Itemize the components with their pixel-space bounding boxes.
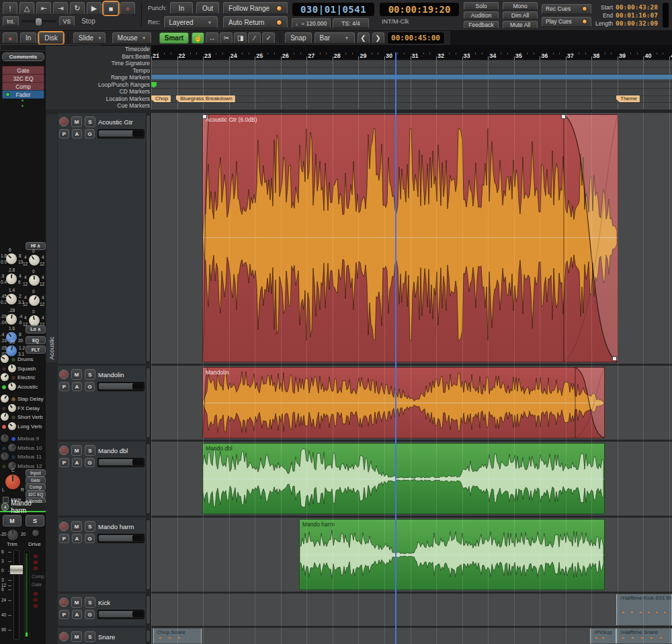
track-playlist-button[interactable]: P xyxy=(59,534,69,543)
strip-solo-button[interactable]: S xyxy=(26,515,44,526)
track-name[interactable]: Snare xyxy=(98,633,115,641)
comments-button[interactable]: Comments xyxy=(2,52,44,61)
track-vzoom-bar[interactable] xyxy=(146,443,151,514)
track-record-enable-button[interactable]: ● xyxy=(3,32,17,44)
track-solo-button[interactable]: S xyxy=(85,369,95,380)
location-marker[interactable]: Bluegrass Breakdown xyxy=(176,95,235,102)
punch-out-button[interactable]: Out xyxy=(196,2,219,14)
track-vzoom-handle[interactable] xyxy=(146,368,150,438)
range-tool-button[interactable]: ↔ xyxy=(206,32,218,44)
auto-return-button[interactable]: Auto Return xyxy=(223,16,288,28)
track-automation-button[interactable]: A xyxy=(72,610,82,619)
track-gain-handle[interactable] xyxy=(132,383,143,389)
ruler-label-bars-beats[interactable]: Bars:Beats xyxy=(46,53,150,61)
track-mute-button[interactable]: M xyxy=(71,445,82,456)
track-playlist-button[interactable]: P xyxy=(59,382,69,391)
timesig-button[interactable]: TS: 4/4 xyxy=(333,18,369,28)
track-automation-button[interactable]: A xyxy=(72,458,82,467)
track-name[interactable]: Kick xyxy=(98,599,110,606)
play-cues-button[interactable]: Play Cues xyxy=(542,17,591,27)
midi-region[interactable]: ♪Halftime Kick-S01 Br xyxy=(616,594,672,625)
track-record-button[interactable] xyxy=(59,446,69,455)
track-vzoom-handle[interactable] xyxy=(146,596,150,624)
track-solo-button[interactable]: S xyxy=(85,631,95,642)
go-end-button[interactable]: ⇥ xyxy=(53,2,68,15)
track-automation-button[interactable]: A xyxy=(72,382,82,391)
play-button[interactable]: ▶ xyxy=(87,2,101,15)
track-header-mandolin[interactable]: MSMandolinPAG xyxy=(58,366,146,440)
send-knob[interactable] xyxy=(1,452,9,460)
eq-gain-knob[interactable] xyxy=(29,275,40,286)
midi-panic-button[interactable]: ! xyxy=(3,2,17,15)
nudge-back-button[interactable]: ❮ xyxy=(358,32,370,44)
send-knob[interactable] xyxy=(1,355,9,363)
region-handle[interactable] xyxy=(561,114,566,119)
track-record-button[interactable] xyxy=(59,370,69,379)
track-vzoom-bar[interactable] xyxy=(146,595,151,625)
track-gain-handle[interactable] xyxy=(132,130,143,136)
solo-button[interactable]: Solo xyxy=(464,2,499,10)
track-gain-slider[interactable] xyxy=(97,610,144,619)
primary-clock[interactable]: 030|01|0541 xyxy=(292,2,375,17)
track-vzoom-handle[interactable] xyxy=(146,444,150,514)
track-header-mando-dbl[interactable]: MSMando dblPAG xyxy=(58,442,146,516)
track-playlist-button[interactable]: P xyxy=(59,610,69,619)
track-vzoom-handle[interactable] xyxy=(146,520,150,590)
track-solo-button[interactable]: S xyxy=(85,445,95,456)
track-group-button[interactable]: G xyxy=(85,534,95,543)
punch-in-button[interactable]: In xyxy=(170,2,193,14)
track-mute-button[interactable]: M xyxy=(71,369,82,380)
track-name[interactable]: Acoustic Gtr xyxy=(98,118,133,126)
dim-all-button[interactable]: Dim All xyxy=(503,11,538,19)
strip-comp-button[interactable]: Comp xyxy=(26,483,46,491)
smart-mode-button[interactable]: Smart xyxy=(159,32,189,44)
slide-mode-dropdown[interactable]: Slide▼ xyxy=(73,32,106,44)
audio-region-mando-harm[interactable]: Mando harm xyxy=(299,519,605,590)
track-automation-button[interactable]: A xyxy=(72,534,82,543)
metronome-button[interactable]: △ xyxy=(19,2,34,15)
loop-button[interactable]: ↻ xyxy=(70,2,85,15)
audio-region-acoustic-gtr-6-0db-[interactable]: Acoustic Gtr (6.0dB) xyxy=(202,114,618,362)
nudge-forward-button[interactable]: ❯ xyxy=(372,32,384,44)
track-mute-button[interactable]: M xyxy=(71,597,82,608)
fader-handle[interactable] xyxy=(9,565,24,575)
eq-freq-knob[interactable] xyxy=(6,294,17,305)
eq-freq-knob[interactable] xyxy=(6,314,17,325)
track-automation-button[interactable]: A xyxy=(72,129,82,138)
ruler-label-location-markers[interactable]: Location Markers xyxy=(46,95,150,103)
snap-button[interactable]: Snap xyxy=(285,32,311,44)
track-group-button[interactable]: G xyxy=(85,610,95,619)
track-gain-slider[interactable] xyxy=(97,129,144,138)
monitor-disk-button[interactable]: Disk xyxy=(39,32,62,44)
edit-tool-button[interactable]: ✓ xyxy=(262,32,275,44)
stop-button[interactable]: ■ xyxy=(103,2,118,15)
record-button[interactable]: ● xyxy=(120,2,135,15)
track-header-kick[interactable]: MSKickPAG xyxy=(58,594,146,626)
eq-lo-button[interactable]: Lo ∧ xyxy=(26,325,46,333)
pan-knob[interactable] xyxy=(5,475,20,489)
track-header-acoustic-gtr[interactable]: MSAcoustic GtrPAG xyxy=(58,113,146,364)
mute-all-button[interactable]: Mute All xyxy=(503,21,538,29)
track-name[interactable]: Mando dbl xyxy=(98,447,128,454)
track-playlist-button[interactable]: P xyxy=(59,129,69,138)
ruler-label-tempo[interactable]: Tempo xyxy=(46,67,150,75)
group-tab-acoustic[interactable]: Acoustic xyxy=(46,114,57,362)
track-record-button[interactable] xyxy=(59,117,69,126)
track-gain-slider[interactable] xyxy=(97,458,144,467)
strip-gate-button[interactable]: Gate xyxy=(26,477,46,484)
grid-mode-dropdown[interactable]: Bar▼ xyxy=(314,32,355,44)
mouse-mode-dropdown[interactable]: Mouse▼ xyxy=(112,32,151,44)
send-knob[interactable] xyxy=(1,395,9,403)
track-mute-button[interactable]: M xyxy=(71,116,82,127)
send-knob[interactable] xyxy=(1,373,9,381)
midi-region[interactable]: ♪Halftime Snare xyxy=(616,629,672,643)
send-knob[interactable] xyxy=(8,404,16,412)
track-gain-slider[interactable] xyxy=(97,534,144,543)
track-vzoom-handle[interactable] xyxy=(146,115,150,362)
send-knob[interactable] xyxy=(1,434,9,442)
track-gain-handle[interactable] xyxy=(132,535,143,541)
region-handle[interactable] xyxy=(202,114,207,119)
drive-knob[interactable] xyxy=(32,530,39,536)
track-vzoom-bar[interactable] xyxy=(146,519,151,590)
stretch-tool-button[interactable]: ◨ xyxy=(234,32,247,44)
